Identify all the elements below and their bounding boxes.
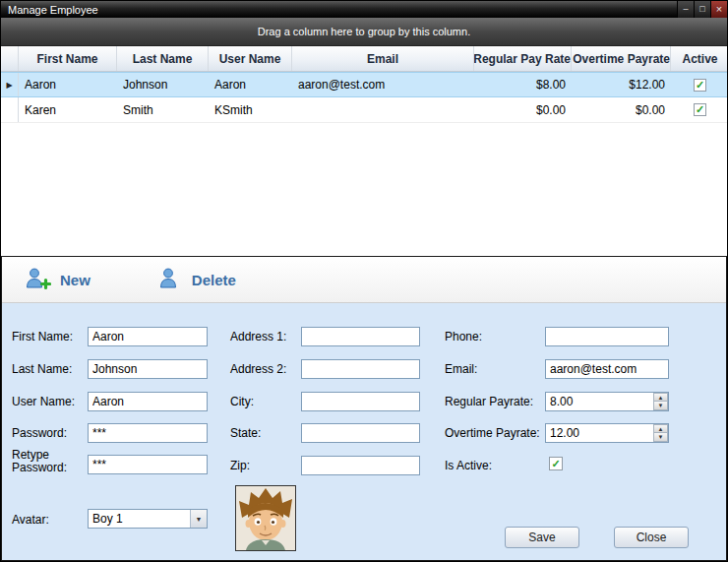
- row-indicator-header: [1, 46, 19, 71]
- overtime-payrate-stepper: ▲ ▼: [545, 423, 669, 443]
- first-name-input[interactable]: [88, 327, 208, 346]
- zip-input[interactable]: [301, 456, 420, 475]
- minimize-button[interactable]: –: [677, 1, 694, 18]
- grid-row-karen[interactable]: Karen Smith KSmith $0.00 $0.00 ✓: [1, 97, 727, 123]
- cell-overtime-payrate[interactable]: $0.00: [572, 97, 671, 122]
- person-delete-icon: [157, 267, 183, 293]
- cell-last-name[interactable]: Smith: [117, 97, 209, 122]
- chevron-down-icon[interactable]: ▼: [190, 510, 207, 528]
- last-name-label: Last Name:: [12, 362, 72, 376]
- close-button[interactable]: Close: [614, 527, 689, 548]
- window-controls: – □ ×: [677, 1, 727, 18]
- current-row-arrow-icon: ▶: [6, 81, 12, 90]
- phone-label: Phone:: [445, 330, 482, 343]
- group-by-bar[interactable]: Drag a column here to group by this colu…: [1, 18, 727, 46]
- avatar-dropdown[interactable]: Boy 1 ▼: [88, 509, 208, 529]
- group-by-hint: Drag a column here to group by this colu…: [258, 26, 470, 37]
- close-window-button[interactable]: ×: [710, 1, 727, 18]
- column-header-active[interactable]: Active: [671, 46, 728, 71]
- column-header-regular-pay-rate[interactable]: Regular Pay Rate: [474, 46, 572, 71]
- employee-detail-panel: New Delete First Name: Last Name: User N…: [1, 256, 727, 561]
- address1-input[interactable]: [301, 327, 420, 346]
- employee-form: First Name: Last Name: User Name: Passwo…: [2, 303, 726, 560]
- spinner-up-icon[interactable]: ▲: [653, 393, 668, 402]
- is-active-checkbox[interactable]: ✓: [549, 457, 563, 470]
- state-label: State:: [230, 426, 261, 440]
- row-selector-cell: ▶: [1, 73, 19, 96]
- email-input[interactable]: [545, 359, 669, 379]
- spinner-down-icon[interactable]: ▼: [653, 433, 668, 442]
- active-checkbox[interactable]: ✓: [694, 103, 706, 116]
- phone-input[interactable]: [545, 327, 669, 346]
- maximize-button[interactable]: □: [694, 1, 710, 18]
- new-button-label: New: [60, 272, 91, 288]
- grid-empty-area: [1, 123, 727, 256]
- column-header-last-name[interactable]: Last Name: [117, 46, 209, 71]
- column-header-user-name[interactable]: User Name: [209, 46, 292, 71]
- is-active-label: Is Active:: [445, 459, 492, 472]
- row-selector-cell: [1, 97, 19, 122]
- password-input[interactable]: [88, 423, 208, 443]
- new-button[interactable]: New: [18, 263, 98, 297]
- column-header-first-name[interactable]: First Name: [19, 46, 117, 71]
- overtime-payrate-label: Overtime Payrate:: [445, 426, 540, 440]
- detail-toolbar: New Delete: [2, 257, 726, 303]
- delete-button-label: Delete: [192, 272, 236, 288]
- email-label: Email:: [445, 362, 477, 376]
- cell-user-name[interactable]: KSmith: [209, 97, 292, 122]
- person-add-icon: [26, 267, 51, 293]
- regular-payrate-label: Regular Payrate:: [445, 395, 533, 408]
- password-label: Password:: [12, 426, 67, 440]
- address1-label: Address 1:: [230, 330, 286, 343]
- last-name-input[interactable]: [88, 359, 208, 379]
- save-button[interactable]: Save: [505, 527, 579, 548]
- cell-regular-pay-rate[interactable]: $0.00: [474, 97, 572, 122]
- grid-header-row: First Name Last Name User Name Email Reg…: [1, 46, 727, 72]
- cell-regular-pay-rate[interactable]: $8.00: [474, 73, 572, 96]
- cell-email[interactable]: [292, 97, 474, 122]
- spinner-up-icon[interactable]: ▲: [653, 424, 668, 433]
- column-header-overtime-payrate[interactable]: Overtime Payrate: [572, 46, 671, 71]
- cell-user-name[interactable]: Aaron: [209, 73, 292, 96]
- column-header-email[interactable]: Email: [292, 46, 474, 71]
- cell-first-name[interactable]: Aaron: [19, 73, 117, 96]
- avatar-image: [235, 485, 296, 551]
- avatar-dropdown-value: Boy 1: [92, 512, 123, 526]
- user-name-input[interactable]: [88, 392, 208, 411]
- cell-active[interactable]: ✓: [671, 97, 728, 122]
- cell-active[interactable]: ✓: [671, 73, 728, 96]
- state-input[interactable]: [301, 423, 420, 443]
- city-label: City:: [230, 395, 254, 408]
- cell-first-name[interactable]: Karen: [19, 97, 117, 122]
- user-name-label: User Name:: [12, 395, 75, 408]
- address2-label: Address 2:: [230, 362, 286, 376]
- active-checkbox[interactable]: ✓: [694, 79, 706, 92]
- regular-payrate-input[interactable]: [545, 392, 669, 411]
- overtime-payrate-spin-buttons: ▲ ▼: [653, 424, 668, 442]
- window-title: Manage Employee: [8, 4, 98, 16]
- titlebar: Manage Employee – □ ×: [1, 1, 727, 18]
- cell-overtime-payrate[interactable]: $12.00: [572, 73, 671, 96]
- retype-password-input[interactable]: [88, 455, 208, 474]
- regular-payrate-spin-buttons: ▲ ▼: [653, 393, 668, 410]
- regular-payrate-stepper: ▲ ▼: [545, 392, 669, 411]
- cell-last-name[interactable]: Johnson: [117, 73, 209, 96]
- first-name-label: First Name:: [12, 330, 73, 343]
- retype-password-label: Retype Password:: [12, 449, 67, 474]
- overtime-payrate-input[interactable]: [545, 423, 669, 443]
- avatar-label: Avatar:: [12, 513, 49, 527]
- zip-label: Zip:: [230, 459, 250, 472]
- cell-email[interactable]: aaron@test.com: [292, 73, 474, 96]
- city-input[interactable]: [301, 392, 420, 411]
- address2-input[interactable]: [301, 359, 420, 379]
- grid-row-aaron[interactable]: ▶ Aaron Johnson Aaron aaron@test.com $8.…: [1, 72, 727, 97]
- delete-button[interactable]: Delete: [150, 263, 244, 297]
- manage-employee-window: Manage Employee – □ × Drag a column here…: [0, 0, 728, 562]
- spinner-down-icon[interactable]: ▼: [653, 402, 668, 410]
